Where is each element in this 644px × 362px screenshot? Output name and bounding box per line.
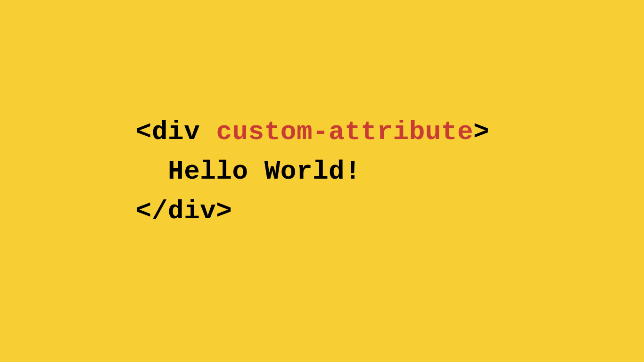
custom-attribute-text: custom-attribute <box>216 117 473 147</box>
code-snippet: <div custom-attribute> Hello World! </di… <box>136 112 489 231</box>
close-angle: > <box>473 117 489 147</box>
indent <box>136 156 168 187</box>
code-line-3: </div> <box>136 196 232 226</box>
closing-tag: </div> <box>136 196 232 226</box>
tag-name: div <box>152 117 200 147</box>
content-text: Hello World! <box>168 156 361 187</box>
code-line-2: Hello World! <box>136 156 361 187</box>
tag-space <box>200 117 216 147</box>
open-angle: < <box>136 117 152 147</box>
code-line-1: <div custom-attribute> <box>136 117 489 147</box>
